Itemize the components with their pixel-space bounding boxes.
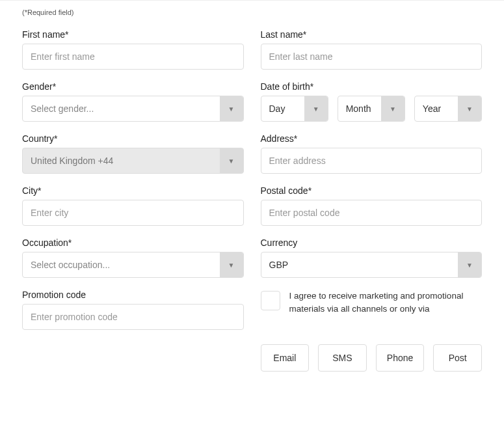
registration-form: First name* Last name* Gender* Select ge… xyxy=(22,29,482,372)
chevron-down-icon: ▼ xyxy=(220,96,243,121)
first-name-field: First name* xyxy=(22,29,244,70)
last-name-input[interactable] xyxy=(261,44,483,70)
channel-post-button[interactable]: Post xyxy=(433,344,482,372)
marketing-consent-checkbox[interactable] xyxy=(261,291,280,310)
occupation-label: Occupation* xyxy=(22,238,244,248)
dob-month-value: Month xyxy=(338,96,381,121)
country-field: Country* United Kingdom +44 ▼ xyxy=(22,133,244,174)
last-name-field: Last name* xyxy=(261,29,483,70)
gender-field: Gender* Select gender... ▼ xyxy=(22,81,244,122)
required-field-note: (*Required field) xyxy=(22,8,482,16)
address-label: Address* xyxy=(261,133,483,144)
country-selected-value: United Kingdom +44 xyxy=(23,148,220,173)
channel-buttons: Email SMS Phone Post xyxy=(261,344,483,372)
gender-select[interactable]: Select gender... ▼ xyxy=(22,96,244,122)
gender-selected-value: Select gender... xyxy=(23,96,220,121)
city-label: City* xyxy=(22,185,244,196)
currency-field: Currency GBP ▼ xyxy=(261,238,483,278)
chevron-down-icon: ▼ xyxy=(304,96,328,121)
dob-year-select[interactable]: Year ▼ xyxy=(414,96,482,122)
chevron-down-icon: ▼ xyxy=(458,96,481,121)
city-field: City* xyxy=(22,185,244,226)
first-name-input[interactable] xyxy=(22,44,244,70)
channel-sms-button[interactable]: SMS xyxy=(318,344,367,372)
promo-input[interactable] xyxy=(22,304,244,330)
chevron-down-icon: ▼ xyxy=(220,148,243,173)
occupation-selected-value: Select occupation... xyxy=(23,252,220,277)
postal-label: Postal code* xyxy=(261,185,483,196)
occupation-select[interactable]: Select occupation... ▼ xyxy=(22,252,244,278)
last-name-label: Last name* xyxy=(261,29,483,40)
currency-select[interactable]: GBP ▼ xyxy=(261,252,483,278)
country-label: Country* xyxy=(22,133,244,144)
gender-label: Gender* xyxy=(22,81,244,92)
dob-year-value: Year xyxy=(415,96,458,121)
chevron-down-icon: ▼ xyxy=(458,252,481,277)
country-select[interactable]: United Kingdom +44 ▼ xyxy=(22,148,244,174)
postal-input[interactable] xyxy=(261,200,483,226)
chevron-down-icon: ▼ xyxy=(381,96,405,121)
dob-month-select[interactable]: Month ▼ xyxy=(338,96,405,122)
first-name-label: First name* xyxy=(22,29,244,40)
promo-label: Promotion code xyxy=(22,290,244,300)
postal-field: Postal code* xyxy=(261,185,483,226)
consent-field: I agree to receive marketing and promoti… xyxy=(261,290,483,330)
promo-field: Promotion code xyxy=(22,290,244,330)
dob-day-select[interactable]: Day ▼ xyxy=(261,96,328,122)
channel-email-button[interactable]: Email xyxy=(261,344,310,372)
currency-label: Currency xyxy=(261,238,483,248)
address-field: Address* xyxy=(261,133,483,174)
dob-label: Date of birth* xyxy=(261,81,483,92)
marketing-consent-text: I agree to receive marketing and promoti… xyxy=(289,290,483,315)
occupation-field: Occupation* Select occupation... ▼ xyxy=(22,238,244,278)
currency-selected-value: GBP xyxy=(261,252,458,277)
chevron-down-icon: ▼ xyxy=(220,252,243,277)
channel-phone-button[interactable]: Phone xyxy=(376,344,425,372)
dob-field: Date of birth* Day ▼ Month ▼ Year ▼ xyxy=(261,81,483,122)
city-input[interactable] xyxy=(22,200,244,226)
dob-day-value: Day xyxy=(261,96,304,121)
address-input[interactable] xyxy=(261,148,483,174)
